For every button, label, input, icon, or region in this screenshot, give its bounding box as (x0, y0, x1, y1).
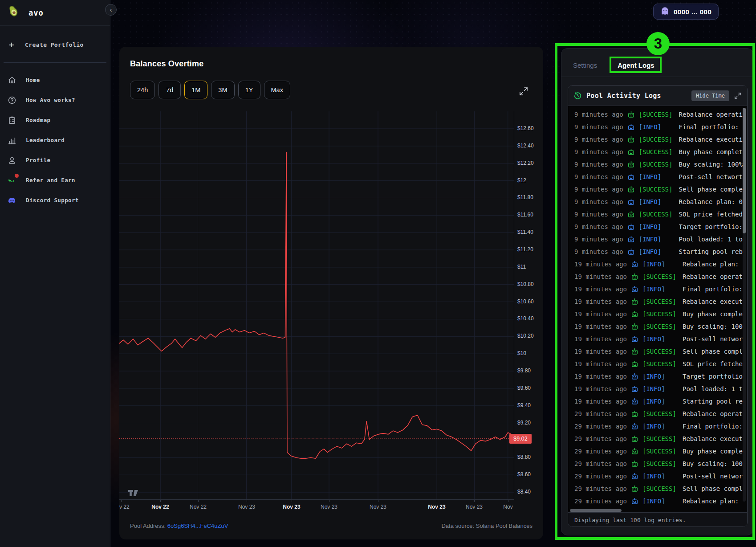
range-1y-button[interactable]: 1Y (238, 81, 260, 99)
y-axis-label: $12.60 (517, 125, 534, 131)
create-portfolio-label: Create Portfolio (25, 41, 84, 48)
horizontal-scrollbar[interactable] (570, 509, 746, 512)
x-axis-tickmark (198, 500, 199, 502)
log-message: Target portfolio (683, 373, 747, 380)
x-axis-tickmark (247, 500, 247, 502)
chart-area[interactable]: $12.60$12.40$12.20$12$11.80$11.60$11.40$… (119, 111, 543, 512)
x-axis-tickmark (121, 500, 122, 502)
log-message: Rebalance executi (679, 136, 747, 143)
log-timestamp: 29 minutes ago (574, 435, 627, 442)
log-entry: 9 minutes ago[INFO]Final portfolio: (568, 121, 747, 133)
range-7d-button[interactable]: 7d (159, 81, 181, 99)
log-entry: 9 minutes ago[SUCCESS]Rebalance operati (568, 108, 747, 121)
logo-row: avo (0, 0, 110, 26)
x-axis-label: Nov 23 (370, 504, 386, 510)
y-axis-label: $11.60 (517, 212, 533, 218)
log-message: Post-sell networ (683, 473, 747, 480)
log-message: Buy scaling: 100% (679, 161, 747, 168)
range-24h-button[interactable]: 24h (130, 81, 155, 99)
log-message: Sell phase compl (683, 348, 747, 355)
vertical-scrollbar-thumb[interactable] (743, 108, 746, 233)
log-message: Target portfolio: (679, 223, 747, 230)
log-timestamp: 29 minutes ago (574, 498, 627, 505)
log-timestamp: 19 minutes ago (574, 398, 627, 405)
log-entry: 9 minutes ago[SUCCESS]Buy phase complet (568, 146, 747, 158)
create-portfolio-button[interactable]: + Create Portfolio (7, 36, 110, 53)
x-axis-tickmark (508, 500, 508, 502)
robot-icon (631, 310, 638, 318)
robot-icon (627, 223, 635, 231)
log-message: Rebalance plan: (683, 261, 747, 268)
robot-icon (631, 373, 638, 380)
log-message: SOL price fetche (683, 360, 747, 367)
chart-expand-button[interactable] (518, 86, 529, 97)
log-level: [SUCCESS] (639, 148, 673, 155)
x-axis-label: Nov 23 (283, 504, 300, 510)
sidebar-divider (4, 62, 106, 63)
robot-icon (631, 485, 638, 493)
y-axis-label: $9.80 (517, 367, 531, 374)
y-axis-label: $9.20 (517, 420, 531, 426)
tradingview-logo[interactable] (128, 489, 141, 498)
range-3m-button[interactable]: 3M (211, 81, 234, 99)
y-axis-label: $11 (517, 264, 526, 270)
robot-icon (627, 198, 635, 206)
y-axis-label: $12.20 (517, 160, 534, 166)
log-level: [SUCCESS] (642, 310, 676, 318)
y-axis-label: $8.60 (517, 471, 531, 478)
y-axis-label: $12 (517, 177, 526, 184)
hide-time-button[interactable]: Hide Time (691, 90, 729, 101)
pool-activity-logs-card: Pool Activity Logs Hide Time 9 minutes a… (568, 85, 748, 527)
robot-icon (631, 273, 638, 281)
hands-icon (7, 176, 17, 185)
sidebar-item-how[interactable]: How Avo works? (0, 90, 110, 110)
log-message: Sell phase compl (683, 485, 747, 492)
range-1m-button[interactable]: 1M (184, 81, 207, 99)
robot-icon (627, 236, 635, 243)
tab-settings[interactable]: Settings (573, 61, 597, 69)
x-axis-tickmark (292, 500, 292, 502)
sidebar-item-label: Discord Support (26, 197, 79, 204)
robot-icon (631, 473, 638, 480)
notification-dot-icon (15, 174, 19, 178)
sidebar-item-leaderboard[interactable]: Leaderboard (0, 130, 110, 150)
robot-icon (631, 298, 638, 306)
log-list[interactable]: 9 minutes ago[SUCCESS]Rebalance operati9… (568, 106, 747, 507)
robot-icon (631, 398, 638, 405)
sidebar-item-refer[interactable]: Refer and Earn (0, 170, 110, 190)
annotation-badge-3: 3 (646, 32, 670, 55)
range-max-button[interactable]: Max (264, 81, 290, 99)
log-level: [SUCCESS] (639, 161, 673, 168)
log-timestamp: 9 minutes ago (574, 211, 623, 218)
wallet-button[interactable]: 0000 ... 000 (653, 4, 719, 20)
horizontal-scrollbar-thumb[interactable] (570, 509, 622, 512)
y-axis-label: $10.20 (517, 333, 534, 339)
robot-icon (627, 123, 635, 131)
log-level: [SUCCESS] (642, 460, 676, 467)
question-circle-icon (7, 95, 17, 105)
pool-address-link[interactable]: 6oSg6SH4...FeC4uZuV (167, 523, 228, 529)
y-axis-label: $10.80 (517, 281, 534, 287)
log-timestamp: 29 minutes ago (574, 448, 627, 455)
sidebar: avo + Create Portfolio HomeHow Avo works… (0, 0, 110, 547)
tab-agent-logs[interactable]: Agent Logs (618, 61, 654, 69)
x-axis-label: Nov 23 (466, 504, 483, 510)
clipboard-icon (7, 115, 17, 125)
sidebar-item-home[interactable]: Home (0, 70, 110, 90)
sidebar-collapse-button[interactable]: ‹ (105, 4, 117, 16)
log-message: Buy phase comple (683, 310, 747, 318)
log-level: [SUCCESS] (642, 348, 676, 355)
log-timestamp: 19 minutes ago (574, 310, 627, 318)
log-expand-button[interactable] (734, 92, 742, 100)
vertical-scrollbar[interactable] (743, 108, 746, 502)
log-message: Post-sell networt (679, 173, 747, 180)
x-axis-tickmark (474, 500, 475, 502)
log-message: Post-sell networ (683, 335, 747, 343)
sidebar-item-profile[interactable]: Profile (0, 150, 110, 170)
log-header: Pool Activity Logs Hide Time (568, 86, 747, 106)
log-entry: 9 minutes ago[INFO]Target portfolio: (568, 220, 747, 233)
log-entry: 9 minutes ago[SUCCESS]Sell phase comple (568, 183, 747, 196)
sidebar-item-discord[interactable]: Discord Support (0, 190, 110, 210)
log-timestamp: 9 minutes ago (574, 136, 623, 143)
sidebar-item-roadmap[interactable]: Roadmap (0, 110, 110, 130)
